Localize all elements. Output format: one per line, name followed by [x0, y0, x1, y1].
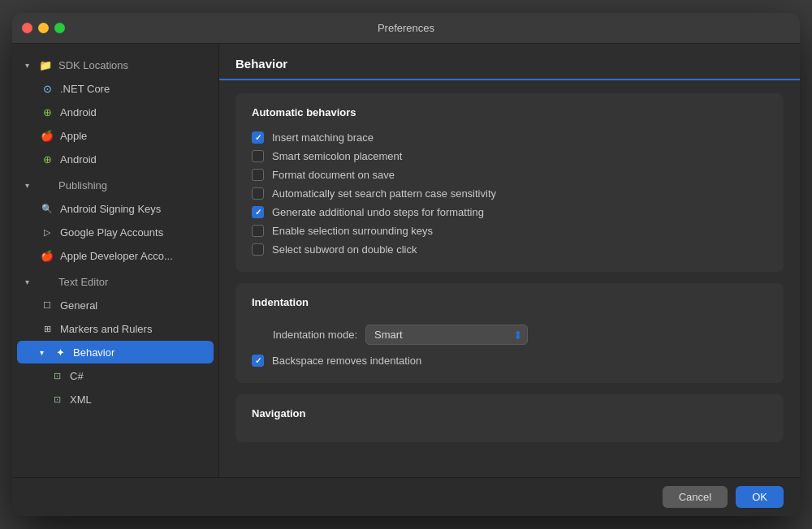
folder-icon: 📁 — [38, 58, 53, 72]
checkbox-format-save[interactable] — [252, 169, 264, 181]
sidebar-item-csharp[interactable]: ⊡ C# — [17, 364, 214, 387]
checkbox-smart-semicolon[interactable] — [252, 150, 264, 162]
content-header: Behavior — [219, 44, 800, 80]
minimize-button[interactable] — [38, 23, 49, 33]
checkbox-row-smart-semicolon: Smart semicolon placement — [252, 147, 767, 166]
footer: Cancel OK — [12, 477, 800, 516]
navigation-title: Navigation — [252, 407, 767, 419]
sidebar-item-google-play[interactable]: ▷ Google Play Accounts — [17, 221, 214, 243]
folder-icon-3 — [38, 274, 53, 289]
checkbox-row-selection-keys: Enable selection surrounding keys — [252, 221, 767, 240]
chevron-right-icon: ▾ — [40, 348, 50, 357]
chevron-down-icon-3: ▾ — [25, 277, 35, 286]
sidebar-item-behavior[interactable]: ▾ ✦ Behavior — [17, 341, 214, 363]
chevron-down-icon-2: ▾ — [25, 181, 35, 190]
close-button[interactable] — [22, 23, 32, 33]
checkbox-row-backspace-indent: Backspace removes indentation — [252, 351, 767, 370]
checkbox-subword-click[interactable] — [252, 243, 264, 256]
maximize-button[interactable] — [54, 23, 65, 33]
window-title: Preferences — [378, 22, 434, 34]
sidebar-item-text-editor[interactable]: ▾ Text Editor — [17, 270, 214, 293]
indentation-title: Indentation — [252, 296, 767, 308]
checkbox-search-case[interactable] — [252, 187, 264, 200]
automatic-behaviors-section: Automatic behaviors Insert matching brac… — [235, 93, 784, 272]
traffic-lights — [22, 23, 65, 33]
indentation-mode-select[interactable]: None Smart Block — [365, 325, 528, 345]
label-search-case: Automatically set search pattern case se… — [272, 187, 496, 200]
label-format-save: Format document on save — [272, 169, 395, 181]
label-insert-brace: Insert matching brace — [272, 131, 374, 144]
behavior-icon: ✦ — [53, 345, 67, 359]
checkbox-row-subword-click: Select subword on double click — [252, 240, 767, 259]
label-smart-semicolon: Smart semicolon placement — [272, 150, 402, 162]
sidebar-item-android-signing[interactable]: 🔍 Android Signing Keys — [17, 197, 214, 220]
checkbox-row-format-save: Format document on save — [252, 166, 767, 184]
content-area: Behavior Automatic behaviors Insert matc… — [219, 44, 800, 477]
key-icon: 🔍 — [40, 201, 54, 216]
content-scroll: Automatic behaviors Insert matching brac… — [219, 80, 800, 477]
sidebar-item-xml[interactable]: ⊡ XML — [17, 388, 214, 411]
sidebar-item-publishing[interactable]: ▾ Publishing — [17, 174, 214, 196]
checkbox-insert-brace[interactable] — [252, 131, 264, 144]
label-undo-steps: Generate additional undo steps for forma… — [272, 206, 484, 218]
indentation-section: Indentation Indentation mode: None Smart… — [235, 283, 784, 383]
sidebar-item-general[interactable]: ☐ General — [17, 294, 214, 316]
folder-icon-2 — [38, 178, 53, 192]
auto-behaviors-title: Automatic behaviors — [252, 106, 767, 118]
sidebar-item-apple[interactable]: 🍎 Apple — [17, 124, 214, 147]
markers-icon: ⊞ — [40, 321, 54, 336]
chevron-down-icon: ▾ — [25, 61, 35, 70]
ok-button[interactable]: OK — [736, 486, 784, 508]
indentation-mode-row: Indentation mode: None Smart Block ⬍ — [252, 318, 767, 351]
android-icon-2: ⊕ — [40, 152, 54, 166]
navigation-section: Navigation — [235, 394, 784, 442]
sidebar-item-apple-dev[interactable]: 🍎 Apple Developer Acco... — [17, 244, 214, 267]
indentation-select-wrapper: None Smart Block ⬍ — [365, 325, 528, 345]
sidebar-item-sdk-locations[interactable]: ▾ 📁 SDK Locations — [17, 54, 214, 76]
sidebar-item-android-2[interactable]: ⊕ Android — [17, 148, 214, 170]
preferences-window: Preferences ▾ 📁 SDK Locations ⊙ .NET Cor… — [12, 13, 800, 516]
checkbox-selection-keys[interactable] — [252, 225, 264, 237]
sidebar-item-net-core[interactable]: ⊙ .NET Core — [17, 77, 214, 100]
checkbox-backspace-indent[interactable] — [252, 355, 264, 367]
checkbox-row-insert-brace: Insert matching brace — [252, 128, 767, 147]
main-content: ▾ 📁 SDK Locations ⊙ .NET Core ⊕ Android … — [12, 44, 800, 477]
checkbox-row-undo-steps: Generate additional undo steps for forma… — [252, 203, 767, 221]
xml-icon: ⊡ — [50, 392, 64, 406]
apple-icon: 🍎 — [40, 128, 54, 143]
label-subword-click: Select subword on double click — [272, 243, 417, 256]
checkbox-row-search-case: Automatically set search pattern case se… — [252, 184, 767, 203]
titlebar: Preferences — [12, 13, 800, 44]
sidebar-item-markers-rulers[interactable]: ⊞ Markers and Rulers — [17, 317, 214, 340]
apple-icon-2: 🍎 — [40, 248, 54, 263]
indentation-mode-label: Indentation mode: — [252, 329, 365, 341]
sidebar-item-android-1[interactable]: ⊕ Android — [17, 101, 214, 123]
checkbox-undo-steps[interactable] — [252, 206, 264, 218]
label-backspace-indent: Backspace removes indentation — [272, 355, 421, 367]
content-title: Behavior — [235, 57, 784, 79]
sidebar: ▾ 📁 SDK Locations ⊙ .NET Core ⊕ Android … — [12, 44, 219, 477]
play-icon: ▷ — [40, 225, 54, 239]
dotnet-icon: ⊙ — [40, 81, 54, 96]
cancel-button[interactable]: Cancel — [663, 486, 728, 508]
general-icon: ☐ — [40, 298, 54, 312]
label-selection-keys: Enable selection surrounding keys — [272, 225, 433, 237]
csharp-icon: ⊡ — [50, 368, 64, 383]
android-icon: ⊕ — [40, 105, 54, 119]
